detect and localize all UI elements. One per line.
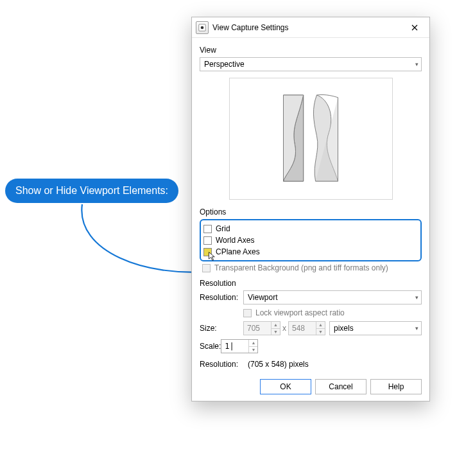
- chevron-down-icon: ▾: [415, 325, 418, 331]
- checkbox-transparent: [202, 264, 211, 272]
- width-value: 705: [247, 324, 260, 333]
- size-label: Size:: [200, 324, 243, 333]
- view-capture-settings-dialog: View Capture Settings View Perspective ▾: [191, 17, 430, 401]
- chevron-down-icon: ▾: [415, 294, 418, 301]
- resolution-readout-label: Resolution:: [200, 360, 248, 369]
- scale-spinner[interactable]: ▲▼: [248, 340, 257, 353]
- width-input: 705 ▲▼: [243, 321, 280, 335]
- preview-geometry: [256, 84, 365, 193]
- width-spinner: ▲▼: [271, 322, 280, 335]
- resolution-select[interactable]: Viewport ▾: [243, 290, 422, 304]
- checkbox-world-axes-row[interactable]: World Axes: [203, 234, 417, 246]
- chevron-down-icon: ▾: [415, 61, 418, 67]
- close-button[interactable]: [401, 17, 428, 37]
- checkbox-world-axes-label: World Axes: [216, 236, 254, 245]
- view-select[interactable]: Perspective ▾: [200, 57, 422, 71]
- checkbox-lock-aspect-row: Lock viewport aspect ratio: [243, 307, 422, 319]
- callout-show-hide-viewport: Show or Hide Viewport Elements:: [5, 179, 178, 203]
- checkbox-transparent-label: Transparent Background (png and tiff for…: [214, 263, 388, 272]
- options-group-label: Options: [200, 207, 422, 216]
- scale-label: Scale:: [200, 342, 221, 351]
- checkbox-grid[interactable]: [203, 225, 212, 233]
- svg-point-1: [201, 26, 204, 29]
- titlebar: View Capture Settings: [192, 17, 429, 38]
- checkbox-cplane-axes[interactable]: [203, 248, 212, 256]
- help-button[interactable]: Help: [370, 379, 422, 394]
- size-x-separator: x: [282, 324, 286, 333]
- checkbox-lock-aspect-label: Lock viewport aspect ratio: [255, 308, 345, 317]
- checkbox-cplane-axes-row[interactable]: CPlane Axes: [203, 246, 417, 258]
- resolution-label: Resolution:: [200, 293, 243, 302]
- view-group-label: View: [200, 46, 422, 55]
- options-highlight-box: Grid World Axes CPlane Axes: [200, 219, 422, 261]
- capture-preview: [229, 78, 393, 200]
- scale-value: 1: [225, 342, 229, 351]
- checkbox-cplane-axes-label: CPlane Axes: [216, 247, 260, 256]
- checkbox-lock-aspect: [243, 309, 252, 317]
- units-select[interactable]: pixels ▾: [329, 321, 422, 335]
- checkbox-world-axes[interactable]: [203, 236, 212, 245]
- dialog-title: View Capture Settings: [212, 23, 401, 32]
- checkbox-grid-label: Grid: [216, 224, 230, 233]
- height-spinner: ▲▼: [316, 322, 325, 335]
- height-value: 548: [292, 324, 305, 333]
- resolution-select-value: Viewport: [248, 293, 277, 302]
- resolution-readout-value: (705 x 548) pixels: [248, 360, 309, 369]
- app-icon: [196, 21, 209, 34]
- scale-input[interactable]: 1| ▲▼: [221, 339, 258, 353]
- ok-button[interactable]: OK: [260, 379, 311, 394]
- resolution-group-label: Resolution: [200, 279, 422, 288]
- units-select-value: pixels: [334, 324, 354, 333]
- height-input: 548 ▲▼: [288, 321, 325, 335]
- cancel-button[interactable]: Cancel: [315, 379, 366, 394]
- checkbox-grid-row[interactable]: Grid: [203, 223, 417, 234]
- view-select-value: Perspective: [204, 60, 245, 69]
- close-icon: [411, 24, 418, 31]
- callout-text: Show or Hide Viewport Elements:: [15, 185, 168, 196]
- checkbox-transparent-row: Transparent Background (png and tiff for…: [202, 262, 422, 274]
